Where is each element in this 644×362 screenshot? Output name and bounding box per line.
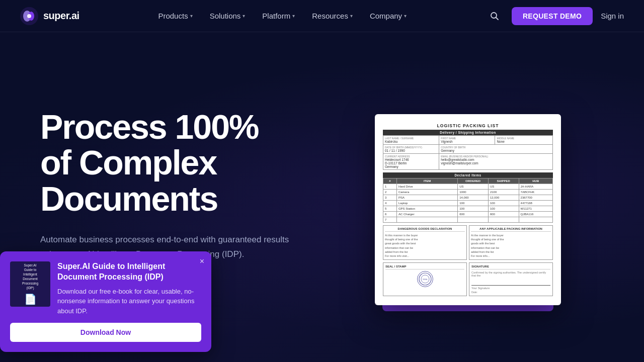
popup-inner: Super.AIGuide toIntelligentDocumentProce… bbox=[10, 261, 201, 316]
doc-your-signature-label: Your Signature bbox=[471, 287, 550, 290]
logo-text: super.ai bbox=[43, 10, 79, 22]
nav-item-resources[interactable]: Resources ▾ bbox=[305, 8, 360, 24]
logo[interactable]: super.ai bbox=[20, 7, 79, 25]
nav-label-products: Products bbox=[158, 12, 188, 20]
request-demo-button[interactable]: REQUEST DEMO bbox=[512, 7, 593, 25]
popup-heading: Super.AI Guide to Intelligent Document P… bbox=[57, 261, 201, 283]
svg-text:SEAL: SEAL bbox=[422, 278, 428, 281]
nav-label-platform: Platform bbox=[262, 12, 290, 20]
doc-bottom-section: Dangerous Goods Declaration At this mann… bbox=[383, 225, 553, 260]
doc-section-declared: Declared Items bbox=[383, 172, 553, 178]
search-icon[interactable] bbox=[486, 7, 504, 25]
hero-title-line2: of Complex bbox=[40, 143, 216, 182]
sign-in-link[interactable]: Sign in bbox=[601, 12, 624, 20]
popup-book-brand: Super.AI bbox=[25, 302, 35, 305]
chevron-down-icon: ▾ bbox=[292, 13, 295, 19]
doc-section-delivery: Delivery / Shipping Information bbox=[383, 130, 553, 135]
doc-seal-cell: Seal / Stamp SEAL bbox=[383, 262, 467, 296]
doc-date-label: Date: bbox=[471, 291, 550, 294]
nav-label-company: Company bbox=[370, 12, 402, 20]
doc-signature-instructions: Confirmed by the signing authorities. Th… bbox=[471, 271, 550, 277]
doc-dangerous-goods: Dangerous Goods Declaration At this mann… bbox=[383, 225, 467, 260]
chevron-down-icon: ▾ bbox=[243, 13, 245, 19]
doc-packing-info: Any Applicable Packing Information At th… bbox=[469, 225, 553, 260]
doc-title: Logistic Packing List bbox=[383, 123, 553, 128]
nav-label-solutions: Solutions bbox=[210, 12, 241, 20]
popup-banner: × Super.AIGuide toIntelligentDocumentPro… bbox=[0, 251, 211, 352]
document-card: Logistic Packing List Delivery / Shippin… bbox=[375, 114, 561, 306]
doc-footer: Seal / Stamp SEAL Signature Confirmed by… bbox=[383, 262, 553, 296]
popup-download-button[interactable]: Download Now bbox=[10, 323, 201, 342]
hero-document-area: Logistic Packing List Delivery / Shippin… bbox=[332, 109, 604, 306]
hero-section: Process 100% of Complex Documents Automa… bbox=[0, 32, 644, 362]
nav-item-solutions[interactable]: Solutions ▾ bbox=[203, 8, 253, 24]
popup-close-button[interactable]: × bbox=[200, 257, 204, 265]
popup-text-content: Super.AI Guide to Intelligent Document P… bbox=[57, 261, 201, 316]
chevron-down-icon: ▾ bbox=[190, 13, 193, 19]
signature-line bbox=[471, 285, 550, 286]
nav-item-platform[interactable]: Platform ▾ bbox=[255, 8, 302, 24]
popup-body: Download our free e-book for clear, usab… bbox=[57, 287, 201, 316]
popup-book-title: Super.AIGuide toIntelligentDocumentProce… bbox=[22, 263, 38, 291]
hero-title-line1: Process 100% bbox=[40, 108, 258, 146]
popup-book-cover: Super.AIGuide toIntelligentDocumentProce… bbox=[10, 261, 50, 307]
chevron-down-icon: ▾ bbox=[350, 13, 353, 19]
doc-info-table: Last Name / SurnameKabircku First NameVi… bbox=[383, 135, 553, 170]
chevron-down-icon: ▾ bbox=[404, 13, 407, 19]
hero-title-line3: Documents bbox=[40, 179, 217, 218]
svg-line-5 bbox=[496, 17, 498, 20]
navbar: super.ai Products ▾ Solutions ▾ Platform… bbox=[0, 0, 644, 32]
doc-signature-cell: Signature Confirmed by the signing autho… bbox=[469, 262, 553, 296]
svg-point-3 bbox=[27, 14, 31, 18]
nav-item-company[interactable]: Company ▾ bbox=[363, 8, 414, 24]
seal-stamp: SEAL bbox=[417, 271, 433, 287]
nav-links: Products ▾ Solutions ▾ Platform ▾ Resour… bbox=[151, 8, 414, 24]
document-container: Logistic Packing List Delivery / Shippin… bbox=[375, 114, 561, 306]
hero-title: Process 100% of Complex Documents bbox=[40, 109, 332, 217]
nav-right: REQUEST DEMO Sign in bbox=[486, 7, 624, 25]
nav-item-products[interactable]: Products ▾ bbox=[151, 8, 199, 24]
doc-items-table: # Item Ordered Shipped HUB 1Hard DriveUS… bbox=[383, 178, 553, 223]
nav-label-resources: Resources bbox=[312, 12, 348, 20]
